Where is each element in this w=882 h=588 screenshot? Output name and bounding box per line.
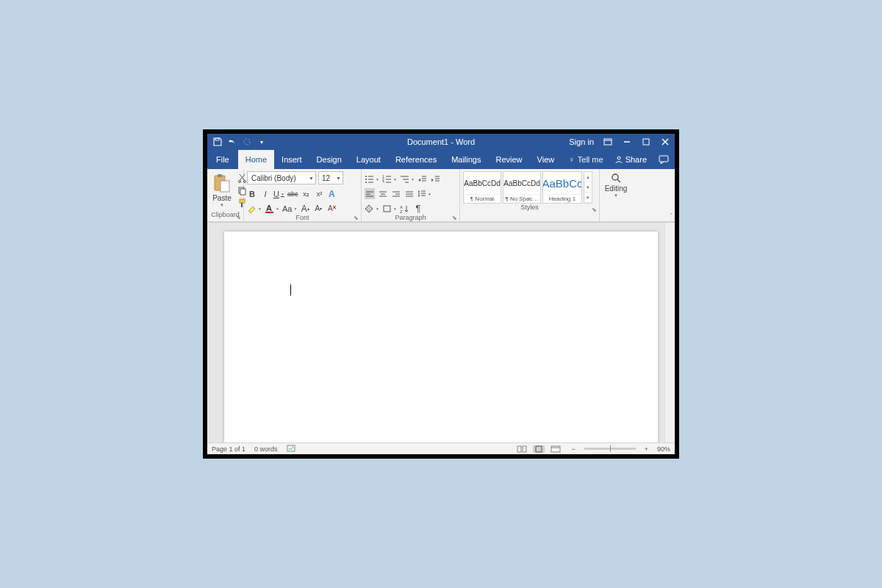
tab-view[interactable]: View xyxy=(530,150,562,169)
zoom-slider[interactable] xyxy=(584,448,636,450)
svg-rect-12 xyxy=(220,181,229,192)
tell-me-label: Tell me xyxy=(578,155,603,164)
zoom-in-icon[interactable]: + xyxy=(645,445,648,453)
undo-icon[interactable] xyxy=(228,137,237,146)
tell-me-search[interactable]: ♀ Tell me xyxy=(563,150,609,169)
tab-file[interactable]: File xyxy=(207,150,238,169)
group-clipboard: Paste ▼ Clipboard⬊ xyxy=(207,169,244,221)
svg-rect-59 xyxy=(384,206,390,212)
align-left-icon[interactable] xyxy=(365,188,375,199)
view-buttons xyxy=(515,445,562,453)
font-size-combo[interactable]: 12▼ xyxy=(318,171,343,184)
zoom-out-icon[interactable]: − xyxy=(571,445,575,453)
tab-references[interactable]: References xyxy=(388,150,444,169)
svg-point-24 xyxy=(365,179,367,180)
multilevel-list-icon[interactable] xyxy=(400,173,415,184)
style-heading-1[interactable]: AaBbCc Heading 1 xyxy=(542,171,582,204)
spellcheck-icon[interactable] xyxy=(287,445,297,453)
tab-insert[interactable]: Insert xyxy=(274,150,309,169)
justify-icon[interactable] xyxy=(404,188,415,199)
shrink-font-button[interactable]: A▾ xyxy=(313,203,323,214)
text-effects-icon[interactable]: A xyxy=(327,188,337,199)
numbering-icon[interactable]: 123 xyxy=(382,173,397,184)
qat-customize-icon[interactable]: ▾ xyxy=(257,137,266,146)
clipboard-group-label: Clipboard xyxy=(211,211,240,218)
maximize-icon[interactable] xyxy=(641,137,651,147)
svg-point-13 xyxy=(238,180,240,182)
line-spacing-icon[interactable] xyxy=(417,188,431,199)
close-icon[interactable] xyxy=(660,137,670,147)
paste-icon xyxy=(212,173,232,193)
align-right-icon[interactable] xyxy=(391,188,401,199)
share-button[interactable]: Share xyxy=(609,150,653,169)
paste-button[interactable]: Paste ▼ xyxy=(210,171,234,207)
lightbulb-icon: ♀ xyxy=(569,155,575,164)
minimize-icon[interactable] xyxy=(622,137,632,147)
svg-rect-64 xyxy=(287,445,295,451)
increase-indent-icon[interactable] xyxy=(431,173,441,184)
find-icon xyxy=(610,172,622,184)
sort-icon[interactable]: AZ xyxy=(400,203,410,214)
highlight-icon[interactable] xyxy=(247,203,262,214)
svg-rect-11 xyxy=(218,174,222,177)
word-count[interactable]: 0 words xyxy=(254,445,278,453)
styles-launcher-icon[interactable]: ⬊ xyxy=(592,207,597,213)
style-normal[interactable]: AaBbCcDd ¶ Normal xyxy=(463,171,501,204)
tab-design[interactable]: Design xyxy=(309,150,349,169)
change-case-button[interactable]: Aa xyxy=(282,203,297,214)
bullets-icon[interactable] xyxy=(365,173,379,184)
svg-rect-20 xyxy=(265,212,273,213)
svg-rect-2 xyxy=(604,139,612,145)
sign-in-link[interactable]: Sign in xyxy=(569,137,594,146)
style-no-spacing[interactable]: AaBbCcDd ¶ No Spac… xyxy=(503,171,541,204)
superscript-button[interactable]: x² xyxy=(314,188,324,199)
tab-review[interactable]: Review xyxy=(489,150,530,169)
document-page[interactable] xyxy=(224,232,658,442)
group-paragraph: 123 AZ ¶ Par xyxy=(362,169,460,221)
clear-formatting-icon[interactable]: A xyxy=(326,203,337,214)
quick-access-toolbar: ▾ xyxy=(207,137,266,146)
svg-line-63 xyxy=(617,179,620,182)
web-layout-icon[interactable] xyxy=(549,445,562,453)
styles-group-label: Styles xyxy=(520,204,539,211)
zoom-level[interactable]: 90% xyxy=(657,445,670,453)
align-center-icon[interactable] xyxy=(378,188,388,199)
styles-scroll-up-icon[interactable]: ▴ xyxy=(584,172,592,182)
page-count[interactable]: Page 1 of 1 xyxy=(212,445,245,453)
show-marks-icon[interactable]: ¶ xyxy=(413,203,423,214)
tab-layout[interactable]: Layout xyxy=(349,150,388,169)
collapse-ribbon-icon[interactable]: ˄ xyxy=(670,212,673,220)
decrease-indent-icon[interactable] xyxy=(417,173,428,184)
shading-icon[interactable] xyxy=(365,203,379,214)
font-color-icon[interactable]: A xyxy=(265,203,279,214)
paragraph-group-label: Paragraph xyxy=(395,214,426,221)
grow-font-button[interactable]: A▴ xyxy=(300,203,310,214)
titlebar: ▾ Document1 - Word Sign in xyxy=(207,134,675,150)
font-name-combo[interactable]: Calibri (Body)▼ xyxy=(247,171,316,184)
redo-icon[interactable] xyxy=(243,137,251,146)
italic-button[interactable]: I xyxy=(260,188,270,199)
text-cursor xyxy=(290,284,291,295)
subscript-button[interactable]: x₂ xyxy=(301,188,311,199)
ribbon-display-icon[interactable] xyxy=(603,137,613,147)
strikethrough-button[interactable]: abc xyxy=(287,188,298,199)
svg-point-22 xyxy=(365,176,367,177)
vertical-scrollbar[interactable] xyxy=(664,223,675,442)
styles-expand-icon[interactable]: ▾ xyxy=(584,193,592,203)
comments-icon[interactable] xyxy=(653,150,675,169)
read-mode-icon[interactable] xyxy=(515,445,528,453)
editing-button[interactable]: Editing ▼ xyxy=(600,169,632,198)
paragraph-launcher-icon[interactable]: ⬊ xyxy=(452,215,457,221)
underline-button[interactable]: U xyxy=(273,188,284,199)
share-label: Share xyxy=(625,155,647,164)
print-layout-icon[interactable] xyxy=(533,445,545,453)
ribbon: Paste ▼ Clipboard⬊ Calibri (Body)▼ 12▼ xyxy=(207,169,675,222)
bold-button[interactable]: B xyxy=(247,188,257,199)
borders-icon[interactable] xyxy=(382,203,397,214)
tab-home[interactable]: Home xyxy=(238,150,274,169)
save-icon[interactable] xyxy=(213,137,222,146)
tab-mailings[interactable]: Mailings xyxy=(444,150,488,169)
font-launcher-icon[interactable]: ⬊ xyxy=(354,215,359,221)
styles-scroll-down-icon[interactable]: ▾ xyxy=(584,182,592,193)
clipboard-launcher-icon[interactable]: ⬊ xyxy=(236,214,241,220)
